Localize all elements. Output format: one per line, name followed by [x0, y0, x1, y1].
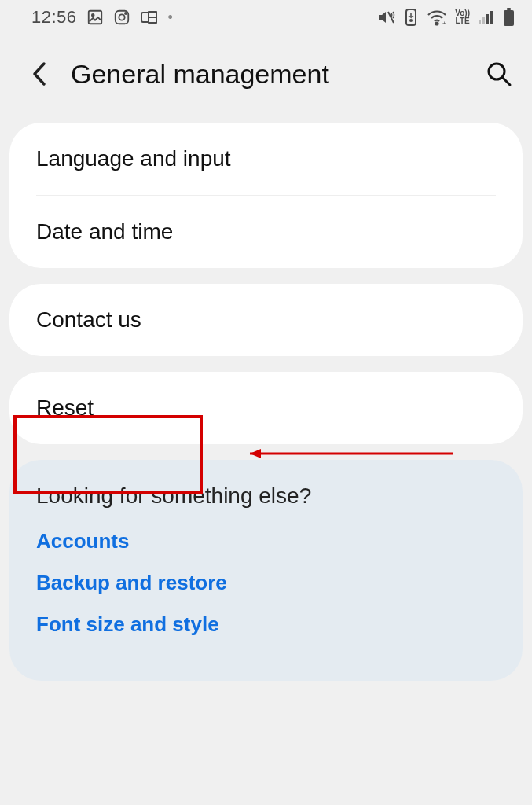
svg-rect-18: [507, 8, 511, 10]
suggestions-panel: Looking for something else? Accounts Bac…: [9, 460, 523, 681]
header: General management: [0, 35, 532, 113]
svg-rect-8: [149, 18, 156, 22]
outlook-icon: [140, 9, 159, 25]
gallery-icon: [86, 9, 104, 26]
back-button[interactable]: [27, 61, 52, 86]
page-title: General management: [71, 59, 464, 90]
suggestions-heading: Looking for something else?: [36, 483, 496, 509]
suggestion-link-backup-and-restore[interactable]: Backup and restore: [36, 571, 496, 595]
signal-icon: [478, 9, 495, 25]
status-bar: 12:56 • + Vo))LTE: [0, 0, 532, 35]
svg-rect-0: [88, 11, 101, 24]
volte-icon: Vo))LTE: [455, 9, 470, 25]
settings-item-language-and-input[interactable]: Language and input: [9, 123, 523, 195]
data-saver-icon: [403, 9, 419, 26]
svg-rect-15: [482, 17, 485, 24]
status-right: + Vo))LTE: [376, 8, 515, 27]
annotation-arrow-icon: [236, 446, 456, 461]
settings-item-label: Language and input: [36, 146, 231, 171]
settings-item-date-and-time[interactable]: Date and time: [9, 196, 523, 268]
mute-vibrate-icon: [376, 9, 395, 26]
status-left: 12:56 •: [31, 7, 173, 28]
settings-group-1: Language and input Date and time: [9, 123, 523, 268]
suggestion-link-accounts[interactable]: Accounts: [36, 529, 496, 553]
svg-point-3: [119, 14, 124, 20]
svg-point-11: [409, 19, 413, 22]
svg-rect-17: [490, 11, 493, 24]
svg-rect-7: [149, 13, 156, 17]
settings-group-3: Reset: [9, 372, 523, 444]
suggestion-link-font-size-and-style[interactable]: Font size and style: [36, 612, 496, 637]
svg-point-1: [91, 14, 94, 17]
wifi-icon: +: [427, 9, 447, 26]
svg-text:+: +: [442, 20, 446, 26]
svg-rect-14: [479, 20, 481, 24]
svg-rect-19: [504, 10, 514, 26]
status-time: 12:56: [31, 7, 77, 28]
more-dot-icon: •: [168, 9, 173, 26]
instagram-icon: [113, 9, 130, 26]
settings-item-reset[interactable]: Reset: [9, 372, 523, 444]
svg-rect-16: [486, 14, 489, 24]
search-button[interactable]: [483, 58, 515, 90]
settings-group-2: Contact us: [9, 284, 523, 356]
settings-item-contact-us[interactable]: Contact us: [9, 284, 523, 356]
battery-icon: [503, 8, 515, 27]
suggestion-link-label: Backup and restore: [36, 571, 227, 594]
suggestion-link-label: Accounts: [36, 529, 129, 553]
svg-marker-23: [250, 449, 261, 458]
svg-point-4: [125, 13, 127, 14]
svg-line-21: [503, 78, 510, 85]
settings-item-label: Reset: [36, 395, 94, 420]
svg-point-12: [436, 23, 438, 25]
suggestion-link-label: Font size and style: [36, 612, 219, 636]
settings-item-label: Contact us: [36, 307, 141, 332]
settings-item-label: Date and time: [36, 219, 173, 244]
